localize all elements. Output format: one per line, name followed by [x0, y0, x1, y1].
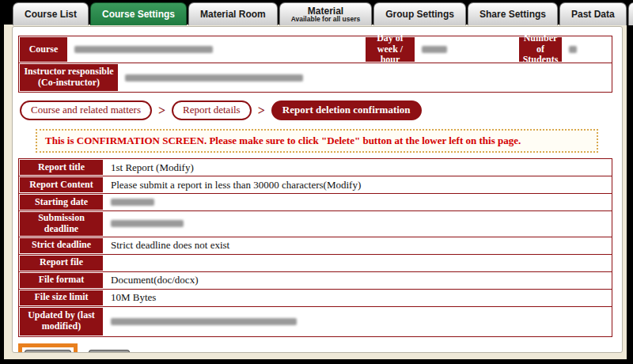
- row-label: Report title: [19, 159, 104, 176]
- tab-label: Material: [308, 6, 343, 16]
- row-label: Submission deadline: [19, 211, 104, 237]
- row-label: Starting date: [19, 194, 104, 210]
- table-row-strict-deadline: Strict deadline Strict deadline does not…: [19, 237, 612, 254]
- row-value: 1st Report (Modify): [104, 159, 612, 176]
- breadcrumb-item-report-details[interactable]: Report details: [172, 100, 252, 120]
- row-label: Report file: [19, 255, 104, 271]
- redacted-student-count: [569, 46, 577, 53]
- redacted-day-of-week: [422, 46, 447, 53]
- table-row-report-title: Report title 1st Report (Modify): [19, 159, 612, 176]
- row-value: [104, 255, 612, 271]
- delete-button[interactable]: Delete: [25, 350, 71, 353]
- row-label: File format: [19, 272, 104, 289]
- course-label-cell: Course: [19, 36, 68, 63]
- breadcrumb: Course and related matters > Report deta…: [20, 100, 612, 120]
- row-label: Strict deadline: [19, 237, 104, 254]
- redacted-instructor-name: [125, 74, 303, 82]
- course-info-table: Course Day of week / hour Number of Stud…: [18, 36, 612, 93]
- tab-past-data[interactable]: Past Data: [559, 2, 627, 25]
- table-row-file-size-limit: File size limit 10M Bytes: [19, 289, 612, 306]
- tab-group-settings[interactable]: Group Settings: [373, 2, 466, 25]
- chevron-right-icon: >: [158, 104, 165, 118]
- row-label: Report Content: [19, 176, 104, 193]
- course-info-row: Course Day of week / hour Number of Stud…: [19, 36, 612, 63]
- day-of-week-value-cell: [415, 36, 518, 63]
- table-row-starting-date: Starting date: [19, 193, 612, 210]
- table-row-file-format: File format Document(doc/docx): [19, 271, 612, 289]
- students-value-cell: [563, 36, 612, 63]
- redacted-course-name: [74, 46, 213, 53]
- tab-label: Course Settings: [102, 9, 175, 19]
- tab-material-room[interactable]: Material Room: [188, 2, 278, 25]
- tab-label: Share Settings: [479, 9, 546, 19]
- tab-share-settings[interactable]: Share Settings: [468, 2, 558, 25]
- breadcrumb-item-course-matters[interactable]: Course and related matters: [20, 100, 152, 120]
- row-label: Updated by (last modified): [19, 307, 104, 336]
- table-row-updated-by: Updated by (last modified): [19, 306, 612, 336]
- delete-highlight-box: Delete: [18, 343, 78, 353]
- instructor-row: Instructor responsible (Co-instructor): [19, 63, 612, 92]
- row-label: File size limit: [19, 290, 104, 306]
- instructor-value-cell: [119, 63, 612, 92]
- tab-label: Past Data: [571, 9, 615, 19]
- page-background: Course Day of week / hour Number of Stud…: [4, 25, 627, 359]
- day-of-week-label-cell: Day of week / hour: [365, 36, 415, 63]
- instructor-label-cell: Instructor responsible (Co-instructor): [19, 63, 119, 92]
- table-row-submission-deadline: Submission deadline: [19, 210, 612, 237]
- tab-label: Course List: [25, 9, 77, 19]
- table-row-report-content: Report Content Please submit a report in…: [19, 176, 612, 193]
- tab-message-on-class[interactable]: Message on a class: [628, 2, 633, 25]
- tab-label: Group Settings: [385, 9, 454, 19]
- breadcrumb-item-deletion-confirmation: Report deletion confirmation: [271, 100, 422, 120]
- students-label-cell: Number of Students: [518, 36, 563, 63]
- course-value-cell: [68, 36, 365, 63]
- table-row-report-file: Report file: [19, 254, 612, 271]
- redacted-starting-date: [111, 199, 154, 206]
- tab-sublabel: Available for all users: [291, 16, 361, 23]
- tab-course-list[interactable]: Course List: [13, 2, 89, 25]
- row-value: [104, 211, 612, 237]
- content-panel: Course Day of week / hour Number of Stud…: [12, 26, 623, 353]
- tab-material-all-users[interactable]: Material Available for all users: [279, 2, 373, 25]
- tab-course-settings[interactable]: Course Settings: [90, 2, 187, 25]
- row-value: [104, 307, 612, 336]
- row-value: 10M Bytes: [104, 290, 612, 306]
- redacted-submission-deadline: [111, 220, 184, 227]
- action-button-row: Delete Back: [18, 343, 612, 353]
- tab-bar: Course List Course Settings Material Roo…: [13, 2, 633, 25]
- report-detail-table: Report title 1st Report (Modify) Report …: [18, 158, 612, 337]
- row-value: Please submit a report in less than 3000…: [104, 176, 612, 193]
- chevron-right-icon: >: [258, 104, 265, 118]
- row-value: [104, 194, 612, 210]
- redacted-updated-by: [111, 318, 297, 325]
- row-value: Strict deadline does not exist: [104, 237, 612, 254]
- row-value: Document(doc/docx): [104, 272, 612, 289]
- tab-label: Material Room: [200, 9, 266, 19]
- back-button[interactable]: Back: [89, 350, 130, 353]
- confirmation-notice: This is CONFIRMATION SCREEN. Please make…: [36, 129, 598, 153]
